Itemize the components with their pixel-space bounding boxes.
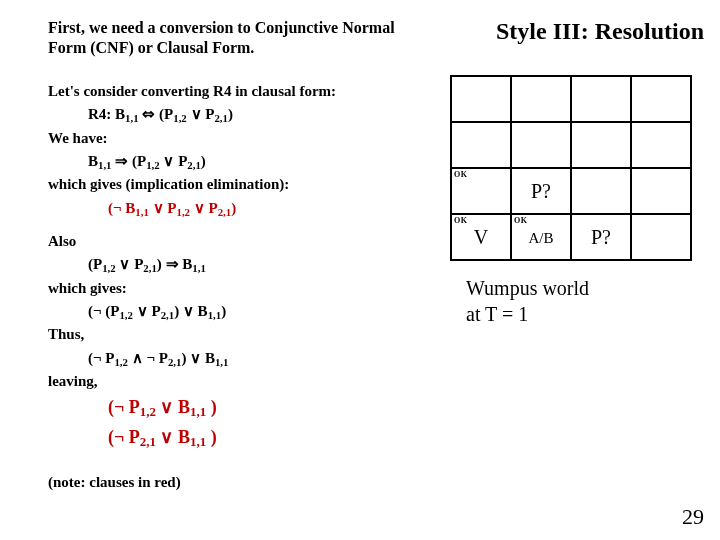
- visited-mark: V: [474, 226, 488, 248]
- ok-tag: OK: [454, 170, 467, 179]
- pit-question: P?: [591, 226, 611, 248]
- pit-question: P?: [531, 180, 551, 202]
- grid-row: OK P?: [451, 168, 691, 214]
- note-clauses-in-red: (note: clauses in red): [48, 471, 418, 494]
- grid-row: OK V OK A/B P?: [451, 214, 691, 260]
- grid-row: [451, 76, 691, 122]
- wumpus-grid: OK P? OK V OK A/B P?: [450, 75, 692, 261]
- derivation-body: Let's consider converting R4 in clausal …: [48, 80, 418, 494]
- agent-breeze: A/B: [528, 230, 553, 246]
- grid-caption: Wumpus world at T = 1: [466, 275, 710, 327]
- page-number: 29: [682, 504, 704, 530]
- slide-title: Style III: Resolution: [430, 18, 710, 45]
- ok-tag: OK: [454, 216, 467, 225]
- grid-row: [451, 122, 691, 168]
- intro-text: First, we need a conversion to Conjuncti…: [48, 18, 418, 58]
- ok-tag: OK: [514, 216, 527, 225]
